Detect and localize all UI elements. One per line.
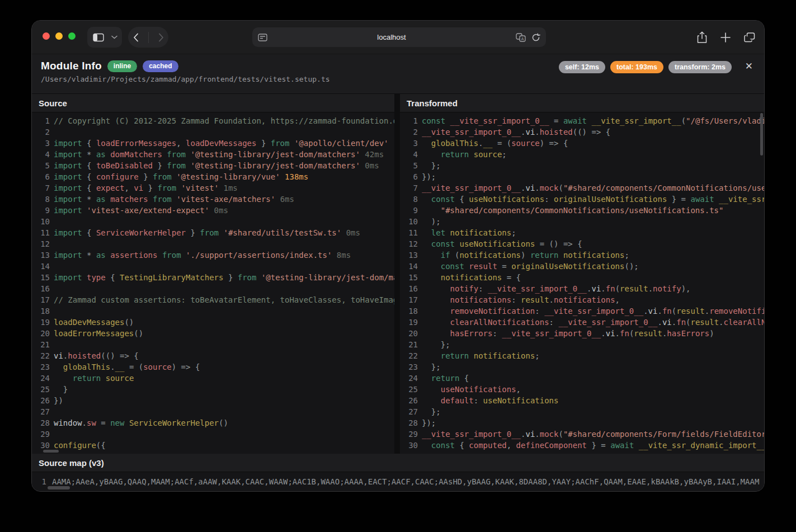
code-line: 25 useNotifications, [403, 384, 764, 395]
code-text: }; [422, 361, 764, 373]
line-number: 20 [403, 328, 418, 339]
line-number: 14 [403, 261, 418, 272]
code-line: 24 return source [35, 373, 394, 384]
tab-overview-icon[interactable] [744, 32, 755, 43]
toolbar-actions [697, 27, 755, 47]
code-line: 24 return { [403, 373, 764, 384]
traffic-light-close[interactable] [43, 32, 50, 40]
code-text: }) [54, 395, 394, 406]
code-text: const __vite_ssr_import_0__ = await __vi… [422, 115, 764, 126]
timing-transform: transform: 2ms [668, 61, 732, 73]
source-code: 1// Copyright (C) 2012-2025 Zammad Found… [32, 112, 394, 451]
line-number: 19 [35, 317, 50, 328]
code-text: import * as assertions from './support/a… [54, 249, 394, 261]
code-text: }; [422, 160, 764, 171]
line-number: 10 [35, 216, 50, 227]
line-number: 27 [35, 406, 50, 417]
code-text: import { ServiceWorkerHelper } from '#sh… [54, 227, 394, 238]
code-line: 27 [35, 406, 394, 417]
sourcemap-line-number: 1 [40, 476, 46, 487]
code-text: return { [422, 373, 764, 384]
line-number: 23 [403, 361, 418, 373]
new-tab-button[interactable] [720, 32, 731, 43]
chevron-down-icon[interactable] [111, 35, 117, 39]
code-line: 16 [35, 283, 394, 294]
line-number: 30 [403, 440, 418, 451]
code-text: let notifications; [422, 227, 764, 238]
line-number: 6 [35, 171, 50, 182]
nav-separator [148, 32, 149, 43]
close-icon[interactable]: ✕ [743, 59, 755, 73]
code-line: 8 const { useNotifications: originalUseN… [403, 194, 764, 205]
line-number: 23 [35, 361, 50, 373]
code-text: loadDevMessages() [54, 317, 394, 328]
code-text: removeNotification: __vite_ssr_import_0_… [422, 305, 764, 317]
sidebar-toggle-button[interactable] [87, 27, 122, 48]
code-text: "#shared/components/CommonNotifications/… [422, 205, 764, 216]
code-text: notifications = { [422, 272, 764, 283]
code-text [54, 305, 394, 317]
code-text: vi.hoisted(() => { [54, 350, 394, 361]
back-button[interactable] [133, 33, 139, 42]
code-text [54, 126, 394, 138]
code-text: notify: __vite_ssr_import_0__.vi.fn(resu… [422, 283, 764, 294]
code-text [54, 216, 394, 227]
line-number: 2 [35, 126, 50, 138]
source-horizontal-scrollbar[interactable] [43, 450, 59, 453]
code-text: const { computed, defineComponent } = aw… [422, 440, 764, 451]
panel-divider[interactable] [394, 94, 400, 454]
page-settings-icon[interactable] [258, 34, 267, 41]
line-number: 3 [35, 138, 50, 149]
code-line: 21 [35, 339, 394, 350]
reload-icon[interactable] [531, 33, 540, 42]
code-line: 15import type { TestingLibraryMatchers }… [35, 272, 394, 283]
code-text: notifications: result.notifications, [422, 294, 764, 305]
traffic-light-minimize[interactable] [55, 32, 63, 40]
translate-icon[interactable]: A [516, 33, 526, 42]
code-line: 3import { loadErrorMessages, loadDevMess… [35, 138, 394, 149]
code-line: 30configure({ [35, 440, 394, 451]
code-text: globalThis.__ = (source) => { [422, 138, 764, 149]
page-title: Module Info [41, 60, 102, 72]
traffic-light-zoom[interactable] [68, 32, 76, 40]
url-text[interactable]: localhost [267, 33, 516, 41]
address-bar[interactable]: localhost A [252, 27, 546, 47]
code-line: 4 return source; [403, 149, 764, 160]
code-text: import * as domMatchers from '@testing-l… [54, 149, 394, 160]
share-icon[interactable] [697, 31, 707, 44]
code-line: 14 const result = originalUseNotificatio… [403, 261, 764, 272]
nav-buttons [128, 27, 168, 48]
transformed-code: 1const __vite_ssr_import_0__ = await __v… [400, 112, 764, 451]
code-text [54, 238, 394, 249]
code-line: 8import * as matchers from 'vitest-axe/m… [35, 194, 394, 205]
screen: localhost A [0, 0, 796, 532]
line-number: 2 [403, 126, 418, 138]
code-text: import 'vitest-axe/extend-expect' 0ms [54, 205, 394, 216]
code-line: 7import { expect, vi } from 'vitest' 1ms [35, 182, 394, 194]
sourcemap-horizontal-scrollbar[interactable] [48, 486, 70, 489]
code-line: 28}); [403, 417, 764, 429]
code-panels: Source 1// Copyright (C) 2012-2025 Zamma… [32, 93, 764, 454]
line-number: 5 [35, 160, 50, 171]
transformed-vertical-scrollbar[interactable] [760, 113, 763, 156]
line-number: 18 [35, 305, 50, 317]
timing-total: total: 193ms [610, 61, 663, 73]
code-text: // Zammad custom assertions: toBeAvatarE… [54, 294, 394, 305]
svg-text:A: A [521, 36, 524, 40]
line-number: 15 [403, 272, 418, 283]
line-number: 25 [35, 384, 50, 395]
code-line: 17// Zammad custom assertions: toBeAvata… [35, 294, 394, 305]
file-path: /Users/vladimir/Projects/zammad/app/fron… [41, 75, 755, 83]
code-text: useNotifications, [422, 384, 764, 395]
line-number: 12 [403, 238, 418, 249]
line-number: 20 [35, 328, 50, 339]
code-line: 11import { ServiceWorkerHelper } from '#… [35, 227, 394, 238]
forward-button[interactable] [158, 33, 164, 42]
code-line: 5import { toBeDisabled } from '@testing-… [35, 160, 394, 171]
code-line: 6import { configure } from '@testing-lib… [35, 171, 394, 182]
code-text: import type { TestingLibraryMatchers } f… [54, 272, 394, 283]
code-line: 17 notifications: result.notifications, [403, 294, 764, 305]
code-line: 12 [35, 238, 394, 249]
code-text: import { expect, vi } from 'vitest' 1ms [54, 182, 394, 194]
sourcemap-line: 1 AAMA;AAeA,yBAAG,QAAQ,MAAM;AACf,aAAW,KA… [32, 472, 764, 487]
